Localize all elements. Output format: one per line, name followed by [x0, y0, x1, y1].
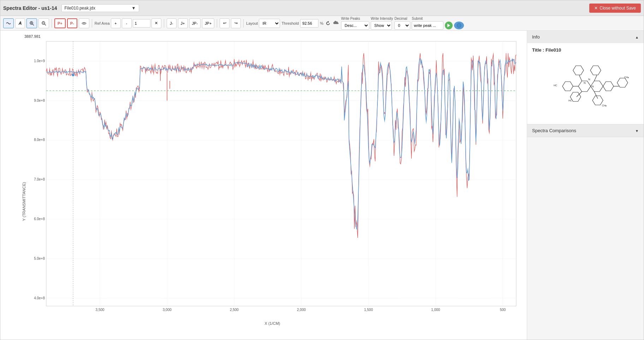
info-section-header[interactable]: Info — [527, 31, 644, 43]
ref-x-button[interactable]: ✕ — [151, 18, 161, 28]
svg-line-16 — [579, 76, 582, 81]
ref-area-label: Ref Area — [95, 21, 110, 25]
svg-text:N: N — [588, 78, 590, 81]
atom-button[interactable] — [79, 18, 89, 28]
spectra-canvas[interactable] — [22, 34, 523, 318]
write-intensity-label: Write Intensity — [371, 17, 393, 20]
threshold-refresh-button[interactable] — [325, 20, 331, 27]
layout-label: Layout — [246, 21, 258, 25]
file-selector-chevron: ▼ — [132, 6, 136, 11]
pct-label: % — [320, 21, 323, 25]
undo-icon: ↩ — [223, 21, 226, 25]
write-intensity-select[interactable]: Show — [371, 21, 392, 30]
sidebar: Info Title : File010 — [527, 31, 644, 340]
submit-extra-button[interactable] — [454, 22, 464, 29]
ref-x-icon: ✕ — [155, 21, 158, 25]
ref-plus-icon: + — [114, 21, 117, 25]
toolbar: A P+ P- — [0, 16, 644, 31]
zoom-in-icon — [29, 21, 34, 26]
main-content: Y (TRANSMITTANCE) 3887.981 X (1/CM) Info — [0, 31, 644, 340]
title-bar: Spectra Editor - us1-14 File010.peak.jdx… — [0, 0, 644, 16]
line-icon — [6, 21, 11, 26]
sep-2 — [92, 19, 92, 28]
submit-group: Submit — [412, 17, 464, 30]
info-chevron-up — [635, 34, 639, 40]
undo-button[interactable]: ↩ — [220, 18, 229, 28]
svg-marker-17 — [573, 66, 584, 75]
threshold-cloud-button[interactable] — [333, 20, 340, 27]
zoom-out-icon — [41, 21, 46, 26]
info-section-content: Title : File010 — [527, 43, 644, 124]
file-selector[interactable]: File010.peak.jdx ▼ — [61, 4, 139, 12]
svg-marker-20 — [590, 66, 601, 75]
sep-3 — [164, 19, 164, 28]
x-axis-label: X (1/CM) — [265, 321, 280, 326]
jp-plus-button[interactable]: JP+ — [202, 18, 214, 28]
annotation-tool-button[interactable]: A — [15, 18, 25, 28]
svg-point-7 — [83, 22, 85, 24]
sep-5 — [243, 19, 244, 28]
sep-1 — [52, 19, 52, 28]
line-tool-button[interactable] — [3, 18, 14, 28]
submit-go-button[interactable] — [445, 22, 453, 29]
app-title: Spectra Editor - us1-14 — [3, 5, 57, 11]
write-peaks-select[interactable]: Desc... — [341, 21, 369, 30]
peak-remove-icon: P- — [70, 21, 74, 25]
j-plus-button[interactable]: J+ — [178, 18, 188, 28]
svg-marker-15 — [603, 82, 614, 91]
submit-input[interactable] — [412, 21, 443, 30]
close-save-label: Close without Save — [600, 6, 636, 11]
redo-icon: ↪ — [234, 21, 238, 25]
peak-add-button[interactable]: P+ — [54, 18, 66, 28]
svg-marker-13 — [562, 82, 573, 91]
info-section: Info Title : File010 — [527, 31, 644, 124]
j-minus-button[interactable]: J- — [167, 18, 177, 28]
refresh-icon — [326, 21, 330, 26]
spectra-comparisons-header[interactable]: Spectra Comparisons — [527, 124, 644, 137]
spectra-comparisons-label: Spectra Comparisons — [532, 128, 576, 133]
redo-button[interactable]: ↪ — [231, 18, 241, 28]
sep-4 — [217, 19, 217, 28]
svg-text:HC: HC — [554, 84, 557, 87]
layout-select[interactable]: IR — [259, 19, 280, 28]
chart-container: Y (TRANSMITTANCE) 3887.981 X (1/CM) — [22, 34, 523, 326]
peak-annotation: 3887.981 — [24, 34, 41, 39]
annotation-icon: A — [19, 21, 22, 26]
file-selector-value: File010.peak.jdx — [65, 6, 95, 11]
ref-area-input[interactable] — [133, 19, 150, 28]
info-title: Title : File010 — [532, 47, 639, 53]
svg-text:N: N — [584, 81, 586, 84]
play-icon — [447, 23, 451, 28]
ref-minus-button[interactable]: - — [122, 18, 132, 28]
threshold-label: Threshold — [281, 21, 299, 25]
peak-remove-button[interactable]: P- — [67, 18, 77, 28]
svg-line-1 — [32, 24, 34, 25]
write-peaks-group: Write Peaks Desc... — [341, 17, 369, 30]
svg-text:CH₃: CH₃ — [624, 76, 629, 78]
ref-area-group: Ref Area + - ✕ — [95, 18, 161, 28]
info-label: Info — [532, 34, 540, 40]
submit-row — [412, 21, 464, 30]
molecule-svg: N N N CH₃ CH₃ HC HC — [539, 60, 631, 116]
decimal-label: Decimal — [394, 17, 407, 20]
layout-group: Layout IR — [246, 19, 280, 28]
peak-add-icon: P+ — [58, 21, 62, 25]
close-icon: ✕ — [594, 6, 598, 11]
threshold-input[interactable] — [300, 19, 318, 28]
atom-icon — [82, 21, 87, 26]
zoom-in-button[interactable] — [26, 18, 37, 28]
threshold-group: Threshold % — [281, 19, 340, 28]
write-peaks-label: Write Peaks — [341, 17, 360, 20]
molecule-image: N N N CH₃ CH₃ HC HC — [532, 56, 639, 120]
ref-plus-button[interactable]: + — [111, 18, 121, 28]
close-save-button[interactable]: ✕ Close without Save — [589, 4, 641, 13]
submit-label: Submit — [412, 17, 423, 20]
svg-line-24 — [594, 92, 598, 99]
cloud-icon — [333, 21, 339, 26]
zoom-out-button[interactable] — [38, 18, 49, 28]
decimal-select[interactable]: 0 — [394, 21, 410, 30]
chart-area: Y (TRANSMITTANCE) 3887.981 X (1/CM) — [0, 31, 527, 340]
y-axis-label: Y (TRANSMITTANCE) — [22, 182, 26, 221]
svg-line-5 — [44, 24, 46, 25]
jp-minus-button[interactable]: JP- — [189, 18, 201, 28]
